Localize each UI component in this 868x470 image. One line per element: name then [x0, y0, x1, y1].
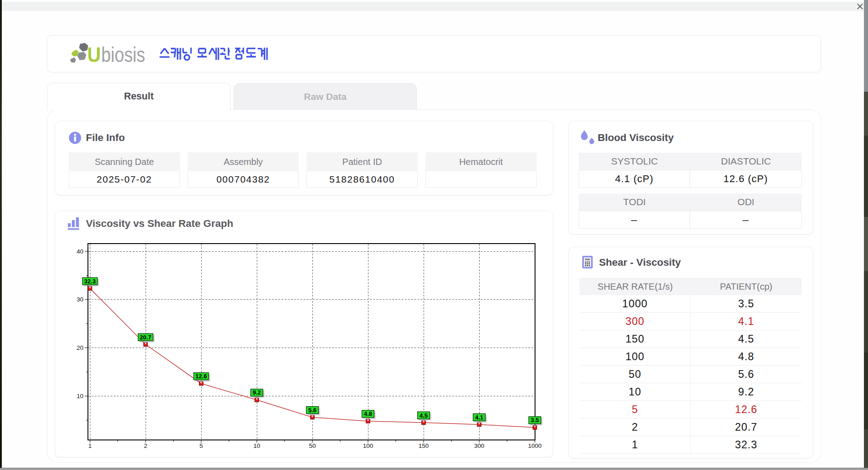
svg-text:10: 10 [76, 393, 83, 400]
svg-text:4.1: 4.1 [475, 414, 483, 421]
svg-text:3.5: 3.5 [531, 417, 539, 423]
svg-text:U: U [87, 43, 101, 66]
svg-text:1000: 1000 [528, 442, 542, 449]
svg-text:10: 10 [253, 442, 260, 449]
svg-text:12.6: 12.6 [195, 373, 207, 380]
svg-text:4.8: 4.8 [364, 410, 372, 417]
svg-text:40: 40 [76, 248, 83, 255]
svg-text:20.7: 20.7 [140, 334, 151, 341]
svg-text:150: 150 [419, 442, 429, 449]
svg-text:5: 5 [199, 442, 203, 449]
svg-text:50: 50 [309, 442, 316, 449]
svg-text:5.6: 5.6 [308, 407, 316, 414]
svg-text:20: 20 [76, 344, 83, 351]
svg-text:30: 30 [76, 296, 83, 303]
svg-text:100: 100 [363, 442, 373, 449]
svg-text:biosis: biosis [101, 43, 145, 66]
svg-text:9.2: 9.2 [253, 389, 261, 396]
svg-text:2: 2 [144, 442, 147, 449]
svg-text:4.5: 4.5 [420, 412, 428, 419]
svg-text:1: 1 [88, 442, 92, 449]
svg-text:32.3: 32.3 [84, 278, 95, 285]
svg-text:300: 300 [474, 442, 485, 449]
